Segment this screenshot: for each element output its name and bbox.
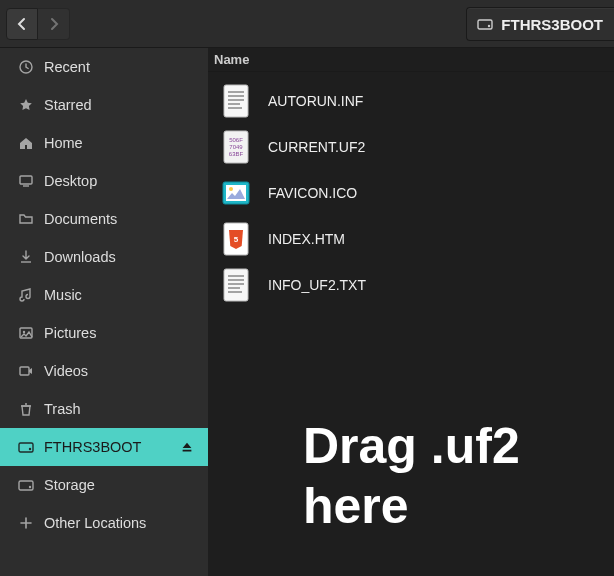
plus-icon xyxy=(18,515,34,531)
column-header-label: Name xyxy=(214,52,249,67)
file-row[interactable]: INFO_UF2.TXT xyxy=(208,262,614,308)
file-name: FAVICON.ICO xyxy=(268,185,357,201)
column-header-name[interactable]: Name xyxy=(208,48,614,72)
sidebar-item-fthrs3boot[interactable]: FTHRS3BOOT xyxy=(0,428,208,466)
drive-icon xyxy=(18,439,34,455)
clock-icon xyxy=(18,59,34,75)
sidebar-item-documents[interactable]: Documents xyxy=(0,200,208,238)
sidebar-item-label: Music xyxy=(44,287,82,303)
sidebar-item-label: Trash xyxy=(44,401,81,417)
chevron-left-icon xyxy=(14,16,30,32)
sidebar-item-label: Other Locations xyxy=(44,515,146,531)
sidebar-item-starred[interactable]: Starred xyxy=(0,86,208,124)
sidebar-item-label: FTHRS3BOOT xyxy=(44,439,141,455)
desktop-icon xyxy=(18,173,34,189)
toolbar: FTHRS3BOOT xyxy=(0,0,614,48)
drive-icon xyxy=(18,477,34,493)
sidebar-item-label: Storage xyxy=(44,477,95,493)
binary-file-icon xyxy=(222,130,250,164)
sidebar-item-videos[interactable]: Videos xyxy=(0,352,208,390)
drag-hint-line2: here xyxy=(303,476,520,536)
eject-icon[interactable] xyxy=(180,440,194,454)
main: RecentStarredHomeDesktopDocumentsDownloa… xyxy=(0,48,614,576)
sidebar-item-storage[interactable]: Storage xyxy=(0,466,208,504)
music-icon xyxy=(18,287,34,303)
sidebar-item-label: Desktop xyxy=(44,173,97,189)
sidebar-item-pictures[interactable]: Pictures xyxy=(0,314,208,352)
content-area: Name AUTORUN.INFCURRENT.UF2FAVICON.ICOIN… xyxy=(208,48,614,576)
videos-icon xyxy=(18,363,34,379)
file-row[interactable]: FAVICON.ICO xyxy=(208,170,614,216)
file-row[interactable]: INDEX.HTM xyxy=(208,216,614,262)
sidebar-item-desktop[interactable]: Desktop xyxy=(0,162,208,200)
sidebar-item-other-locations[interactable]: Other Locations xyxy=(0,504,208,542)
sidebar: RecentStarredHomeDesktopDocumentsDownloa… xyxy=(0,48,208,576)
drag-hint: Drag .uf2 here xyxy=(303,416,520,536)
text-file-icon xyxy=(222,268,250,302)
path-current: FTHRS3BOOT xyxy=(501,16,603,33)
file-name: AUTORUN.INF xyxy=(268,93,363,109)
sidebar-item-trash[interactable]: Trash xyxy=(0,390,208,428)
download-icon xyxy=(18,249,34,265)
sidebar-item-recent[interactable]: Recent xyxy=(0,48,208,86)
sidebar-item-label: Videos xyxy=(44,363,88,379)
file-name: INDEX.HTM xyxy=(268,231,345,247)
path-bar[interactable]: FTHRS3BOOT xyxy=(466,7,614,41)
drive-icon xyxy=(477,16,493,32)
sidebar-item-home[interactable]: Home xyxy=(0,124,208,162)
text-file-icon xyxy=(222,84,250,118)
sidebar-item-label: Starred xyxy=(44,97,92,113)
nav-back-button[interactable] xyxy=(6,8,38,40)
sidebar-item-label: Recent xyxy=(44,59,90,75)
sidebar-item-label: Documents xyxy=(44,211,117,227)
folder-icon xyxy=(18,211,34,227)
sidebar-item-downloads[interactable]: Downloads xyxy=(0,238,208,276)
drag-hint-line1: Drag .uf2 xyxy=(303,416,520,476)
file-row[interactable]: CURRENT.UF2 xyxy=(208,124,614,170)
file-list: AUTORUN.INFCURRENT.UF2FAVICON.ICOINDEX.H… xyxy=(208,72,614,314)
nav-forward-button[interactable] xyxy=(38,8,70,40)
home-icon xyxy=(18,135,34,151)
file-name: INFO_UF2.TXT xyxy=(268,277,366,293)
star-icon xyxy=(18,97,34,113)
sidebar-item-label: Pictures xyxy=(44,325,96,341)
chevron-right-icon xyxy=(46,16,62,32)
pictures-icon xyxy=(18,325,34,341)
sidebar-item-music[interactable]: Music xyxy=(0,276,208,314)
file-name: CURRENT.UF2 xyxy=(268,139,365,155)
sidebar-item-label: Home xyxy=(44,135,83,151)
trash-icon xyxy=(18,401,34,417)
html-file-icon xyxy=(222,222,250,256)
ico-file-icon xyxy=(222,176,250,210)
file-row[interactable]: AUTORUN.INF xyxy=(208,78,614,124)
sidebar-item-label: Downloads xyxy=(44,249,116,265)
